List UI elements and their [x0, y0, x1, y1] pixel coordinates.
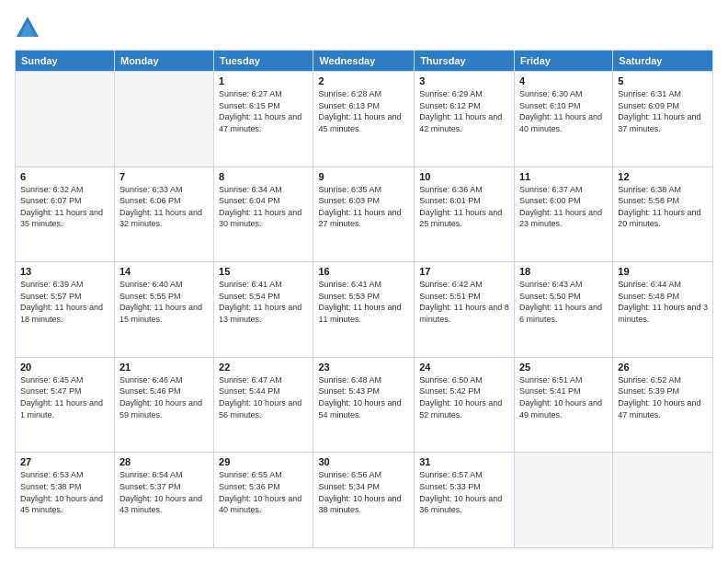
day-detail: Sunrise: 6:44 AM Sunset: 5:48 PM Dayligh…	[618, 279, 708, 325]
calendar-cell: 9Sunrise: 6:35 AM Sunset: 6:03 PM Daylig…	[313, 167, 415, 262]
calendar-cell: 30Sunrise: 6:56 AM Sunset: 5:34 PM Dayli…	[313, 453, 415, 548]
weekday-header-friday: Friday	[514, 51, 612, 72]
day-detail: Sunrise: 6:57 AM Sunset: 5:33 PM Dayligh…	[419, 469, 509, 515]
day-detail: Sunrise: 6:39 AM Sunset: 5:57 PM Dayligh…	[20, 279, 109, 325]
day-detail: Sunrise: 6:34 AM Sunset: 6:04 PM Dayligh…	[219, 184, 308, 230]
day-detail: Sunrise: 6:36 AM Sunset: 6:01 PM Dayligh…	[419, 184, 509, 230]
calendar-cell: 20Sunrise: 6:45 AM Sunset: 5:47 PM Dayli…	[16, 357, 115, 453]
day-number: 30	[318, 456, 409, 467]
day-detail: Sunrise: 6:40 AM Sunset: 5:55 PM Dayligh…	[119, 279, 209, 325]
calendar-cell: 24Sunrise: 6:50 AM Sunset: 5:42 PM Dayli…	[415, 357, 515, 453]
calendar-cell	[114, 72, 213, 167]
day-number: 17	[419, 266, 509, 277]
weekday-header-saturday: Saturday	[613, 51, 713, 72]
day-detail: Sunrise: 6:38 AM Sunset: 5:58 PM Dayligh…	[618, 184, 708, 230]
day-number: 8	[219, 171, 308, 182]
calendar-cell: 25Sunrise: 6:51 AM Sunset: 5:41 PM Dayli…	[514, 357, 612, 453]
week-row-0: 1Sunrise: 6:27 AM Sunset: 6:15 PM Daylig…	[16, 72, 713, 167]
day-number: 13	[20, 266, 109, 277]
calendar-cell	[16, 72, 115, 167]
calendar-cell: 12Sunrise: 6:38 AM Sunset: 5:58 PM Dayli…	[613, 167, 713, 262]
calendar-cell: 18Sunrise: 6:43 AM Sunset: 5:50 PM Dayli…	[514, 262, 612, 358]
day-number: 6	[20, 171, 109, 182]
day-detail: Sunrise: 6:37 AM Sunset: 6:00 PM Dayligh…	[519, 184, 608, 230]
day-number: 24	[419, 362, 509, 373]
logo	[15, 15, 44, 40]
calendar-cell: 11Sunrise: 6:37 AM Sunset: 6:00 PM Dayli…	[514, 167, 612, 262]
day-detail: Sunrise: 6:51 AM Sunset: 5:41 PM Dayligh…	[519, 374, 608, 420]
calendar-cell: 13Sunrise: 6:39 AM Sunset: 5:57 PM Dayli…	[16, 262, 115, 358]
week-row-1: 6Sunrise: 6:32 AM Sunset: 6:07 PM Daylig…	[16, 167, 713, 262]
weekday-header-wednesday: Wednesday	[313, 51, 415, 72]
calendar-cell: 23Sunrise: 6:48 AM Sunset: 5:43 PM Dayli…	[313, 357, 415, 453]
calendar-cell: 29Sunrise: 6:55 AM Sunset: 5:36 PM Dayli…	[214, 453, 313, 548]
day-number: 25	[519, 362, 608, 373]
day-detail: Sunrise: 6:54 AM Sunset: 5:37 PM Dayligh…	[119, 469, 209, 515]
day-number: 12	[618, 171, 708, 182]
calendar-cell: 3Sunrise: 6:29 AM Sunset: 6:12 PM Daylig…	[415, 72, 515, 167]
weekday-header-tuesday: Tuesday	[214, 51, 313, 72]
day-detail: Sunrise: 6:28 AM Sunset: 6:13 PM Dayligh…	[318, 88, 409, 134]
calendar-cell: 31Sunrise: 6:57 AM Sunset: 5:33 PM Dayli…	[415, 453, 515, 548]
day-detail: Sunrise: 6:31 AM Sunset: 6:09 PM Dayligh…	[618, 88, 708, 134]
calendar-cell: 22Sunrise: 6:47 AM Sunset: 5:44 PM Dayli…	[214, 357, 313, 453]
day-number: 28	[119, 456, 209, 467]
week-row-4: 27Sunrise: 6:53 AM Sunset: 5:38 PM Dayli…	[16, 453, 713, 548]
calendar-cell: 10Sunrise: 6:36 AM Sunset: 6:01 PM Dayli…	[415, 167, 515, 262]
calendar-cell: 21Sunrise: 6:46 AM Sunset: 5:46 PM Dayli…	[114, 357, 213, 453]
day-number: 7	[119, 171, 209, 182]
calendar-cell: 1Sunrise: 6:27 AM Sunset: 6:15 PM Daylig…	[214, 72, 313, 167]
day-number: 3	[419, 75, 509, 86]
day-detail: Sunrise: 6:45 AM Sunset: 5:47 PM Dayligh…	[20, 374, 109, 420]
day-detail: Sunrise: 6:43 AM Sunset: 5:50 PM Dayligh…	[519, 279, 608, 325]
day-detail: Sunrise: 6:50 AM Sunset: 5:42 PM Dayligh…	[419, 374, 509, 420]
day-number: 29	[219, 456, 308, 467]
header	[15, 15, 713, 40]
day-detail: Sunrise: 6:56 AM Sunset: 5:34 PM Dayligh…	[318, 469, 409, 515]
day-number: 22	[219, 362, 308, 373]
weekday-header-sunday: Sunday	[16, 51, 115, 72]
calendar-cell: 5Sunrise: 6:31 AM Sunset: 6:09 PM Daylig…	[613, 72, 713, 167]
calendar-cell: 14Sunrise: 6:40 AM Sunset: 5:55 PM Dayli…	[114, 262, 213, 358]
calendar-cell: 2Sunrise: 6:28 AM Sunset: 6:13 PM Daylig…	[313, 72, 415, 167]
day-detail: Sunrise: 6:47 AM Sunset: 5:44 PM Dayligh…	[219, 374, 308, 420]
day-detail: Sunrise: 6:33 AM Sunset: 6:06 PM Dayligh…	[119, 184, 209, 230]
day-number: 4	[519, 75, 608, 86]
day-number: 19	[618, 266, 708, 277]
day-number: 27	[20, 456, 109, 467]
calendar-cell: 27Sunrise: 6:53 AM Sunset: 5:38 PM Dayli…	[16, 453, 115, 548]
day-number: 26	[618, 362, 708, 373]
calendar-cell: 17Sunrise: 6:42 AM Sunset: 5:51 PM Dayli…	[415, 262, 515, 358]
day-detail: Sunrise: 6:29 AM Sunset: 6:12 PM Dayligh…	[419, 88, 509, 134]
week-row-2: 13Sunrise: 6:39 AM Sunset: 5:57 PM Dayli…	[16, 262, 713, 358]
page: SundayMondayTuesdayWednesdayThursdayFrid…	[0, 0, 728, 563]
day-detail: Sunrise: 6:46 AM Sunset: 5:46 PM Dayligh…	[119, 374, 209, 420]
day-detail: Sunrise: 6:32 AM Sunset: 6:07 PM Dayligh…	[20, 184, 109, 230]
calendar-cell: 8Sunrise: 6:34 AM Sunset: 6:04 PM Daylig…	[214, 167, 313, 262]
day-detail: Sunrise: 6:41 AM Sunset: 5:54 PM Dayligh…	[219, 279, 308, 325]
day-detail: Sunrise: 6:53 AM Sunset: 5:38 PM Dayligh…	[20, 469, 109, 515]
day-number: 1	[219, 75, 308, 86]
calendar-cell	[613, 453, 713, 548]
day-number: 16	[318, 266, 409, 277]
week-row-3: 20Sunrise: 6:45 AM Sunset: 5:47 PM Dayli…	[16, 357, 713, 453]
day-number: 11	[519, 171, 608, 182]
day-number: 2	[318, 75, 409, 86]
day-number: 23	[318, 362, 409, 373]
day-number: 9	[318, 171, 409, 182]
day-detail: Sunrise: 6:42 AM Sunset: 5:51 PM Dayligh…	[419, 279, 509, 325]
day-number: 5	[618, 75, 708, 86]
day-number: 10	[419, 171, 509, 182]
calendar-cell: 19Sunrise: 6:44 AM Sunset: 5:48 PM Dayli…	[613, 262, 713, 358]
day-number: 31	[419, 456, 509, 467]
day-number: 18	[519, 266, 608, 277]
day-number: 14	[119, 266, 209, 277]
calendar-cell: 7Sunrise: 6:33 AM Sunset: 6:06 PM Daylig…	[114, 167, 213, 262]
day-detail: Sunrise: 6:30 AM Sunset: 6:10 PM Dayligh…	[519, 88, 608, 134]
day-number: 15	[219, 266, 308, 277]
day-detail: Sunrise: 6:35 AM Sunset: 6:03 PM Dayligh…	[318, 184, 409, 230]
logo-icon	[15, 15, 40, 40]
day-detail: Sunrise: 6:55 AM Sunset: 5:36 PM Dayligh…	[219, 469, 308, 515]
calendar-cell: 4Sunrise: 6:30 AM Sunset: 6:10 PM Daylig…	[514, 72, 612, 167]
calendar-cell: 6Sunrise: 6:32 AM Sunset: 6:07 PM Daylig…	[16, 167, 115, 262]
